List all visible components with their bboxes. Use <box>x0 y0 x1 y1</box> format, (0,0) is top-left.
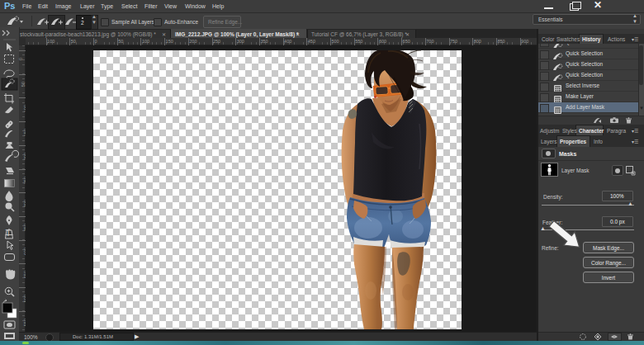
svg-text:T: T <box>6 228 12 238</box>
